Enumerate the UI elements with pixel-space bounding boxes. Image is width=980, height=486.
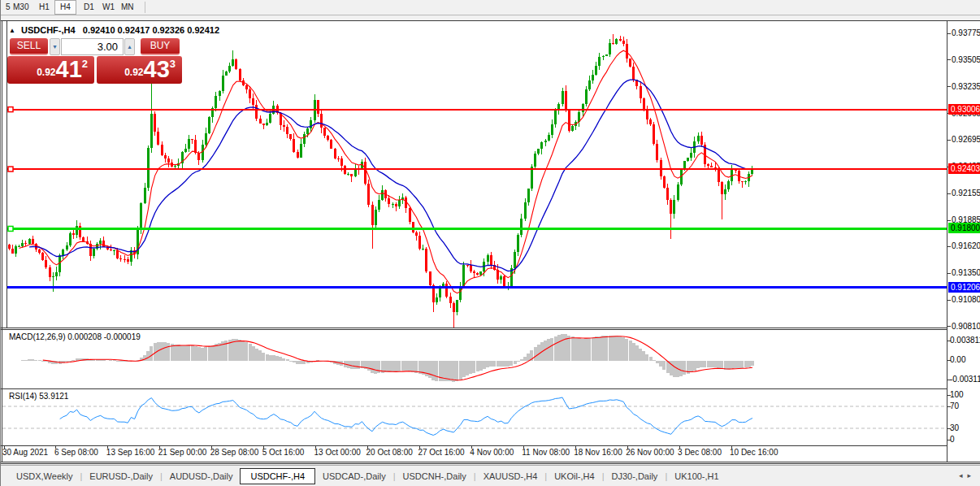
buy-price-sup: 3	[170, 58, 176, 70]
chart-tab-audusd-[interactable]: AUDUSD-,Daily	[163, 469, 241, 484]
chart-tab-usdcad-[interactable]: USDCAD-,Daily	[315, 469, 393, 484]
level-line-marker[interactable]	[8, 107, 13, 112]
candle-bear	[11, 249, 14, 254]
buy-price-prefix: 0.92	[124, 67, 143, 78]
candle-bull	[615, 39, 618, 45]
candle-bear	[626, 44, 628, 59]
chart-tab-bar: USDX,Weekly|EURUSD-,Daily|AUDUSD-,DailyU…	[1, 465, 980, 486]
candle-bear	[8, 245, 11, 249]
level-line-marker[interactable]	[8, 167, 13, 171]
symbol-dropdown-icon[interactable]: ▲	[9, 27, 15, 34]
macd-label: MACD(12,26,9) 0.000208 -0.000019	[9, 332, 141, 341]
candle-bull	[527, 189, 530, 202]
candle-bear	[235, 59, 237, 69]
price-tick-label: 0.93235	[952, 82, 980, 91]
candle-bear	[283, 125, 285, 128]
buy-button[interactable]: BUY	[141, 38, 180, 55]
chart-tab-dj30-[interactable]: DJ30-,Daily	[605, 469, 666, 484]
candle-bull	[439, 288, 441, 297]
date-tick-label: 4 Nov 00:00	[470, 448, 514, 457]
chart-tab-usdcnh-[interactable]: USDCNH-,Daily	[396, 469, 474, 484]
candle-bull	[228, 66, 231, 72]
candle-bull	[28, 239, 31, 244]
date-tick-label: 10 Dec 16:00	[730, 448, 778, 457]
candle-bear	[249, 89, 251, 98]
candle-bull	[562, 91, 564, 104]
candle-bear	[259, 119, 262, 124]
candle-bear	[710, 166, 713, 167]
candle-bull	[571, 126, 574, 131]
candle-bull	[479, 271, 482, 275]
candle-bear	[293, 139, 295, 153]
candle-bull	[744, 181, 747, 182]
sell-price-display[interactable]: 0.92412	[7, 56, 94, 84]
chart-tab-ukoil-[interactable]: UKOil-,H4	[547, 469, 602, 484]
candle-bear	[388, 198, 390, 204]
candle-bear	[167, 158, 170, 163]
chart-tab-eurusd-[interactable]: EURUSD-,Daily	[82, 469, 160, 484]
chart-background	[1, 20, 980, 462]
candle-bull	[215, 96, 217, 107]
date-tick-label: 11 Nov 08:00	[522, 448, 570, 457]
volume-input[interactable]: 3.00	[61, 38, 124, 55]
candle-bear	[82, 237, 85, 241]
candle-bear	[191, 139, 193, 140]
chart-title: ▲ USDCHF-,H4 0.92410 0.92417 0.92326 0.9…	[9, 25, 219, 35]
candle-bull	[592, 75, 594, 80]
candle-bull	[687, 158, 689, 160]
volume-increase-button[interactable]: ▲	[124, 38, 135, 55]
chart-tab-uk100-[interactable]: UK100-,H1	[667, 469, 726, 484]
macd-tick-label: -0.00311	[950, 375, 980, 384]
level-price-label: 0.92403	[948, 163, 980, 174]
spin-up-icon: ▲	[127, 44, 132, 50]
candle-bear	[127, 259, 129, 262]
candle-bear	[395, 204, 397, 206]
level-price-label: 0.93006	[948, 104, 980, 115]
candle-bull	[93, 249, 95, 255]
date-tick-label: 18 Nov 16:00	[574, 448, 622, 457]
candle-bull	[595, 66, 597, 75]
candle-bear	[337, 158, 340, 159]
price-tick-label: 0.91080	[952, 295, 980, 304]
level-line-marker[interactable]	[8, 226, 13, 231]
chart-tab-usdchf-[interactable]: USDCHF-,H4	[240, 468, 315, 484]
candle-bear	[32, 239, 34, 244]
sell-price-sup: 2	[82, 58, 88, 70]
candle-bear	[110, 250, 112, 250]
tabs-scroll-left-icon[interactable]: ◂	[959, 471, 968, 479]
date-tick-label: 6 Sep 08:00	[54, 448, 98, 457]
price-tick-label: 0.92695	[952, 135, 980, 144]
trading-terminal-window: 5M30H1H4D1W1MN ▲ USDCHF-,H4 0.92410 0.92…	[0, 0, 980, 486]
candle-bull	[534, 154, 536, 167]
sell-button[interactable]: SELL	[10, 38, 48, 55]
candle-bull	[21, 243, 24, 245]
candle-bear	[429, 271, 431, 285]
ohlc-readout: 0.92410 0.92417 0.92326 0.92412	[83, 25, 219, 35]
candle-bear	[656, 144, 658, 159]
candle-bull	[140, 203, 142, 230]
candle-bear	[327, 136, 329, 140]
candle-bull	[588, 80, 591, 89]
volume-decrease-button[interactable]: ▼	[50, 38, 60, 55]
candle-bear	[49, 267, 51, 277]
sell-price-big: 41	[56, 56, 82, 82]
symbol-name: USDCHF-,H4	[21, 25, 76, 35]
candle-bull	[537, 149, 540, 153]
date-tick-label: 3 Dec 08:00	[678, 448, 722, 457]
candle-bull	[585, 89, 588, 103]
candle-bear	[425, 249, 427, 271]
chart-tab-usdx[interactable]: USDX,Weekly	[9, 469, 80, 484]
candle-bull	[205, 133, 207, 145]
candle-bull	[724, 189, 726, 194]
candle-bear	[252, 98, 254, 105]
buy-price-display[interactable]: 0.92433	[97, 56, 182, 84]
candle-bear	[707, 164, 709, 166]
chart-tab-xauusd-[interactable]: XAUUSD-,H4	[476, 469, 545, 484]
tabs-scroll-right-icon[interactable]: ▸	[967, 471, 976, 479]
candle-bull	[300, 144, 302, 158]
candle-bear	[741, 181, 744, 182]
candle-bear	[718, 168, 720, 182]
candle-bear	[409, 208, 411, 222]
candle-bear	[154, 114, 156, 132]
candle-bear	[640, 86, 642, 98]
